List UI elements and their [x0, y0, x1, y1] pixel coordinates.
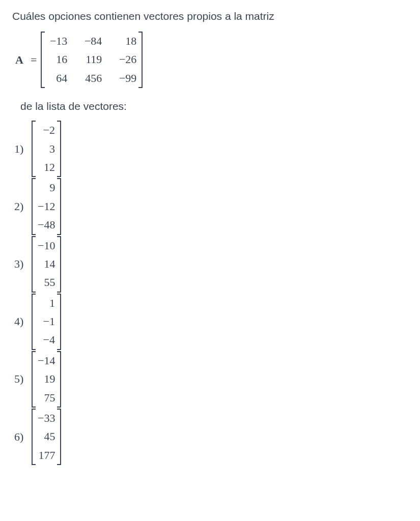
- option-6: 6) −33 45 177: [14, 409, 408, 465]
- matrix-cell: 456: [81, 72, 102, 85]
- bracket-left: [41, 32, 45, 88]
- bracket-left: [32, 409, 36, 465]
- vector-cell: 19: [38, 372, 55, 386]
- bracket-left: [32, 121, 36, 177]
- option-label: 6): [14, 430, 26, 444]
- vector-cell: 177: [38, 449, 55, 462]
- vector-cell: 75: [38, 391, 55, 404]
- vector-grid: 9 −12 −48: [36, 178, 57, 235]
- matrix-cell: −99: [116, 72, 136, 85]
- vector-grid: −2 3 12: [36, 121, 57, 177]
- vector-cell: 14: [38, 257, 55, 271]
- vector-cell: −1: [38, 315, 55, 328]
- option-label: 1): [14, 142, 26, 156]
- vector-cell: 55: [38, 276, 55, 289]
- bracket-left: [32, 351, 36, 408]
- option-label: 2): [14, 200, 26, 213]
- bracket-left: [32, 236, 36, 293]
- bracket-right: [57, 294, 61, 350]
- vector-cell: −10: [38, 239, 55, 252]
- option-label: 4): [14, 315, 26, 328]
- option-label: 5): [14, 372, 26, 386]
- option-vector: 9 −12 −48: [32, 178, 61, 235]
- vector-grid: 1 −1 −4: [36, 294, 57, 350]
- vector-cell: 12: [38, 161, 55, 174]
- bracket-right: [57, 121, 61, 177]
- matrix-symbol: A: [15, 53, 23, 67]
- matrix-A: −13 −84 18 16 119 −26 64 456 −99: [41, 32, 143, 88]
- matrix-cell: −26: [116, 53, 136, 66]
- option-2: 2) 9 −12 −48: [14, 178, 408, 235]
- list-intro-text: de la lista de vectores:: [20, 100, 408, 112]
- matrix-definition: A = −13 −84 18 16 119 −26 64 456 −99: [15, 32, 408, 88]
- bracket-right: [138, 32, 143, 88]
- vector-cell: −14: [38, 354, 55, 367]
- option-1: 1) −2 3 12: [14, 121, 408, 177]
- vector-grid: −33 45 177: [36, 409, 57, 465]
- vector-cell: 3: [38, 142, 55, 156]
- bracket-left: [32, 294, 36, 350]
- question-text: Cuáles opciones contienen vectores propi…: [12, 10, 408, 22]
- bracket-right: [57, 236, 61, 293]
- equals-sign: =: [31, 53, 37, 67]
- option-vector: −10 14 55: [32, 236, 61, 293]
- bracket-right: [57, 351, 61, 408]
- option-5: 5) −14 19 75: [14, 351, 408, 408]
- option-vector: 1 −1 −4: [32, 294, 61, 350]
- option-3: 3) −10 14 55: [14, 236, 408, 293]
- matrix-cell: −13: [47, 35, 67, 48]
- matrix-cell: 64: [47, 72, 67, 85]
- option-vector: −2 3 12: [32, 121, 61, 177]
- bracket-right: [57, 409, 61, 465]
- matrix-cell: 18: [116, 35, 136, 48]
- vector-cell: −33: [38, 412, 55, 425]
- option-vector: −14 19 75: [32, 351, 61, 408]
- bracket-left: [32, 178, 36, 235]
- matrix-cell: 16: [47, 53, 67, 66]
- vector-cell: −4: [38, 333, 55, 346]
- matrix-A-grid: −13 −84 18 16 119 −26 64 456 −99: [45, 32, 138, 88]
- option-label: 3): [14, 257, 26, 271]
- vector-grid: −14 19 75: [36, 351, 57, 408]
- option-vector: −33 45 177: [32, 409, 61, 465]
- vector-grid: −10 14 55: [36, 236, 57, 293]
- vector-cell: −2: [38, 124, 55, 137]
- option-4: 4) 1 −1 −4: [14, 294, 408, 350]
- vector-cell: 9: [38, 181, 55, 194]
- vector-cell: −48: [38, 218, 55, 231]
- bracket-right: [57, 178, 61, 235]
- matrix-cell: −84: [81, 35, 102, 48]
- vector-cell: 45: [38, 430, 55, 443]
- matrix-cell: 119: [81, 53, 102, 66]
- vector-cell: −12: [38, 200, 55, 213]
- vector-cell: 1: [38, 297, 55, 310]
